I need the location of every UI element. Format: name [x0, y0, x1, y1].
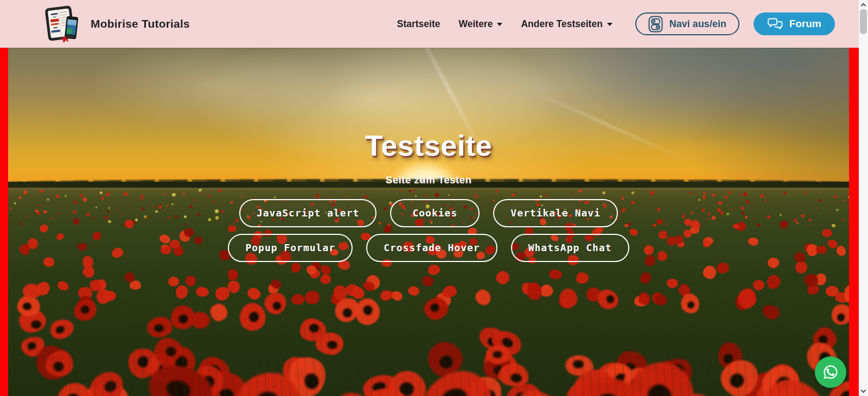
poppy-flower-decoration	[494, 269, 512, 286]
site-header: Mobirise Tutorials StartseiteWeitereAnde…	[0, 0, 859, 48]
poppy-center-decoration	[645, 382, 673, 396]
poppy-flower-decoration	[143, 359, 218, 396]
poppy-center-decoration	[605, 295, 615, 304]
poppy-flower-decoration	[482, 355, 513, 381]
poppy-flower-decoration	[74, 383, 119, 396]
hero-button-crossfade-hover[interactable]: Crossfade Hover	[366, 234, 497, 262]
poppy-flower-decoration	[583, 381, 635, 396]
chevron-down-icon	[497, 23, 502, 26]
nav-toggle-button[interactable]: Navi aus/ein	[635, 12, 739, 35]
poppy-flower-decoration	[565, 380, 606, 396]
hero-content: Testseite Seite zum Testen JavaScript al…	[8, 130, 849, 262]
poppy-flower-decoration	[503, 379, 545, 396]
hero-button-javascript-alert[interactable]: JavaScript alert	[239, 199, 376, 227]
poppy-center-decoration	[136, 355, 150, 369]
poppy-center-decoration	[487, 336, 499, 347]
poppy-center-decoration	[573, 360, 584, 368]
poppy-center-decoration	[513, 391, 529, 396]
poppy-center-decoration	[777, 388, 793, 396]
poppy-flower-decoration	[152, 336, 183, 366]
chevron-down-icon	[607, 23, 612, 26]
nav-item-label: Andere Testseiten	[521, 18, 602, 30]
brand-name: Mobirise Tutorials	[91, 17, 190, 30]
poppy-flower-decoration	[104, 290, 117, 302]
poppy-flower-decoration	[640, 272, 652, 284]
poppy-center-decoration	[271, 301, 282, 311]
hero-button-whatsapp-chat[interactable]: WhatsApp Chat	[511, 234, 629, 262]
poppy-flower-decoration	[828, 302, 849, 328]
poppy-center-decoration	[668, 363, 685, 379]
poppy-center-decoration	[342, 308, 353, 318]
poppy-center-decoration	[686, 300, 696, 310]
poppy-flower-decoration	[184, 274, 197, 288]
poppy-flower-decoration	[636, 369, 671, 396]
poppy-center-decoration	[595, 393, 621, 396]
poppy-center-decoration	[493, 352, 502, 359]
poppy-flower-decoration	[473, 287, 493, 308]
poppy-flower-decoration	[284, 353, 331, 396]
hero-button-cookies[interactable]: Cookies	[390, 199, 480, 227]
poppy-flower-decoration	[765, 273, 783, 291]
scroll-up-arrow-icon[interactable]	[861, 3, 866, 9]
scroll-down-arrow-icon[interactable]	[861, 388, 866, 393]
poppy-center-decoration	[588, 381, 607, 396]
poppy-flower-decoration	[279, 354, 315, 389]
poppy-flower-decoration	[497, 361, 531, 389]
page-root: { "page_title": "Testseite", "header": {…	[0, 0, 868, 396]
poppy-flower-decoration	[415, 363, 497, 396]
poppy-flower-decoration	[761, 303, 782, 322]
poppy-flower-decoration	[261, 290, 290, 318]
poppy-flower-decoration	[237, 372, 302, 396]
poppy-flower-decoration	[651, 353, 697, 395]
hero-button-popup-formular[interactable]: Popup Formular	[228, 234, 353, 262]
poppy-center-decoration	[22, 302, 32, 310]
poppy-flower-decoration	[56, 279, 71, 292]
poppy-flower-decoration	[192, 364, 225, 396]
poppy-center-decoration	[173, 392, 189, 396]
poppy-center-decoration	[31, 320, 42, 329]
poppy-flower-decoration	[195, 354, 232, 387]
poppy-flower-decoration	[715, 353, 764, 396]
poppy-flower-decoration	[718, 342, 742, 369]
chat-bubbles-icon	[767, 17, 783, 30]
poppy-flower-decoration	[565, 355, 593, 376]
poppy-flower-decoration	[72, 297, 99, 322]
poppy-center-decoration	[175, 379, 192, 395]
poppy-flower-decoration	[717, 263, 730, 274]
poppy-flower-decoration	[143, 348, 184, 388]
poppy-center-decoration	[608, 373, 627, 390]
poppy-flower-decoration	[201, 366, 253, 396]
main-navigation: StartseiteWeitereAndere Testseiten	[397, 18, 612, 30]
poppy-center-decoration	[622, 361, 638, 376]
poppy-center-decoration	[55, 325, 66, 335]
poppy-flower-decoration	[19, 334, 47, 360]
poppy-flower-decoration	[54, 379, 97, 396]
poppy-flower-decoration	[160, 344, 197, 382]
poppy-flower-decoration	[624, 358, 698, 396]
poppy-center-decoration	[835, 312, 845, 322]
poppy-flower-decoration	[809, 323, 840, 354]
poppy-center-decoration	[47, 355, 61, 369]
poppy-flower-decoration	[577, 375, 643, 396]
toggle-switch-icon	[648, 16, 663, 33]
hero-button-vertikale-navi[interactable]: Vertikale Navi	[493, 199, 618, 227]
poppy-flower-decoration	[592, 357, 640, 396]
nav-item-startseite[interactable]: Startseite	[397, 18, 441, 30]
poppy-center-decoration	[207, 364, 221, 377]
poppy-flower-decoration	[764, 359, 803, 396]
brand-link[interactable]: Mobirise Tutorials	[41, 3, 190, 45]
poppy-flower-decoration	[667, 279, 678, 288]
poppy-flower-decoration	[196, 286, 210, 297]
poppy-center-decoration	[248, 310, 261, 323]
poppy-center-decoration	[650, 384, 663, 396]
whatsapp-chat-fab[interactable]	[815, 356, 846, 388]
scrollbar-thumb[interactable]	[860, 9, 867, 34]
nav-item-andere-testseiten[interactable]: Andere Testseiten	[521, 18, 612, 30]
poppy-center-decoration	[255, 391, 280, 396]
poppy-center-decoration	[493, 366, 505, 375]
poppy-flower-decoration	[752, 278, 765, 291]
forum-button[interactable]: Forum	[754, 12, 835, 35]
nav-item-weitere[interactable]: Weitere	[459, 18, 503, 30]
poppy-center-decoration	[493, 355, 508, 370]
poppy-flower-decoration	[755, 382, 799, 396]
